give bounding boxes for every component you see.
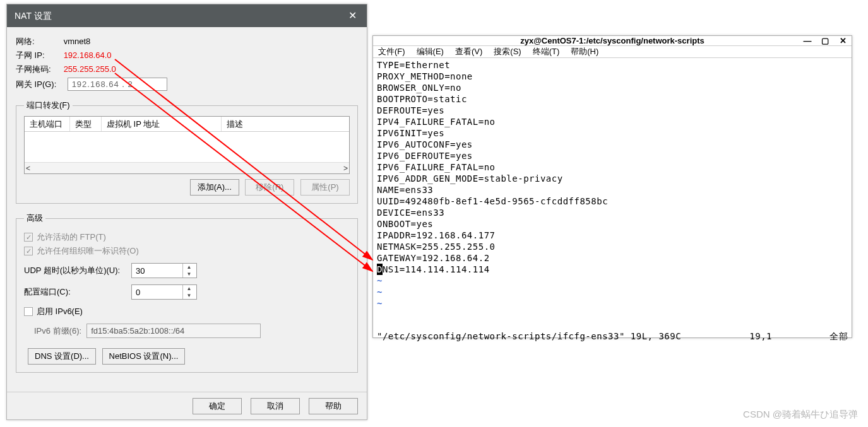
netbios-settings-button[interactable]: NetBIOS 设置(N)... <box>102 348 186 365</box>
minimize-icon[interactable]: — <box>802 36 812 45</box>
status-right: 全部 <box>829 330 848 342</box>
allow-oui-checkbox <box>24 247 33 255</box>
menu-file[interactable]: 文件(F) <box>378 46 405 57</box>
terminal-title-text: zyx@CentOS7-1:/etc/sysconfig/network-scr… <box>520 36 705 45</box>
udp-timeout-spinner[interactable]: ▲▼ <box>131 263 197 278</box>
properties-button: 属性(P) <box>300 179 350 196</box>
ok-button[interactable]: 确定 <box>193 398 242 414</box>
menu-edit[interactable]: 编辑(E) <box>417 46 444 57</box>
maximize-icon[interactable]: ▢ <box>820 36 830 45</box>
col-type[interactable]: 类型 <box>70 117 102 131</box>
advanced-group: 高级 允许活动的 FTP(T) 允许任何组织唯一标识符(O) UDP 超时(以秒… <box>16 213 358 373</box>
port-forward-table[interactable]: 主机端口 类型 虚拟机 IP 地址 描述 < > <box>24 116 350 174</box>
menu-terminal[interactable]: 终端(T) <box>533 46 560 57</box>
advanced-legend: 高级 <box>24 213 45 224</box>
port-forward-header: 主机端口 类型 虚拟机 IP 地址 描述 <box>25 117 349 132</box>
scroll-right-icon[interactable]: > <box>343 164 348 173</box>
menu-help[interactable]: 帮助(H) <box>571 46 598 57</box>
terminal-titlebar[interactable]: zyx@CentOS7-1:/etc/sysconfig/network-scr… <box>373 36 852 46</box>
ipv6-prefix-label: IPv6 前缀(6): <box>34 325 81 337</box>
table-hscrollbar[interactable]: < > <box>25 162 349 173</box>
network-label: 网络: <box>16 36 61 47</box>
subnet-ip-value: 192.168.64.0 <box>64 50 112 60</box>
col-desc[interactable]: 描述 <box>222 117 349 131</box>
subnet-mask-label: 子网掩码: <box>16 64 61 75</box>
status-file: "/etc/sysconfig/network-scripts/ifcfg-en… <box>377 330 681 342</box>
ipv6-prefix-input <box>86 324 261 338</box>
nat-title-text: NAT 设置 <box>15 4 52 27</box>
spin-down-icon[interactable]: ▼ <box>183 292 195 299</box>
port-forward-group: 端口转发(F) 主机端口 类型 虚拟机 IP 地址 描述 < > 添加(A)..… <box>16 100 358 204</box>
gateway-input[interactable] <box>68 78 167 91</box>
close-icon[interactable]: ✕ <box>346 4 359 27</box>
udp-timeout-input[interactable] <box>132 266 182 276</box>
spin-down-icon[interactable]: ▼ <box>183 271 195 278</box>
port-forward-legend: 端口转发(F) <box>24 100 73 111</box>
scroll-left-icon[interactable]: < <box>26 164 30 173</box>
nat-settings-dialog: NAT 设置 ✕ 网络: vmnet8 子网 IP: 192.168.64.0 … <box>6 4 367 420</box>
terminal-body[interactable]: TYPE=Ethernet PROXY_METHOD=none BROWSER_… <box>373 58 852 344</box>
spin-up-icon[interactable]: ▲ <box>183 285 195 292</box>
spin-up-icon[interactable]: ▲ <box>183 264 195 271</box>
subnet-mask-value: 255.255.255.0 <box>64 64 116 74</box>
ipv6-prefix-row: IPv6 前缀(6): <box>34 324 350 338</box>
allow-ftp-label: 允许活动的 FTP(T) <box>37 231 106 243</box>
network-row: 网络: vmnet8 <box>16 36 358 47</box>
oui-row: 允许任何组织唯一标识符(O) <box>24 245 350 257</box>
col-host-port[interactable]: 主机端口 <box>25 117 70 131</box>
gateway-label: 网关 IP(G): <box>16 79 65 90</box>
network-value: vmnet8 <box>64 37 91 46</box>
cfg-port-input[interactable] <box>132 288 182 297</box>
watermark: CSDN @骑着蜗牛ひ追导弹 <box>743 409 858 421</box>
subnet-mask-row: 子网掩码: 255.255.255.0 <box>16 64 358 75</box>
dialog-footer: 确定 取消 帮助 <box>7 392 367 419</box>
allow-oui-label: 允许任何组织唯一标识符(O) <box>37 245 139 257</box>
udp-timeout-row: UDP 超时(以秒为单位)(U): ▲▼ <box>24 263 350 278</box>
udp-timeout-label: UDP 超时(以秒为单位)(U): <box>24 265 131 276</box>
menu-search[interactable]: 搜索(S) <box>494 46 521 57</box>
cfg-port-row: 配置端口(C): ▲▼ <box>24 284 350 300</box>
cfg-port-label: 配置端口(C): <box>24 286 131 298</box>
allow-ftp-checkbox <box>24 233 33 242</box>
add-button[interactable]: 添加(A)... <box>190 179 239 196</box>
port-forward-body: < > <box>25 132 349 173</box>
nat-body: 网络: vmnet8 子网 IP: 192.168.64.0 子网掩码: 255… <box>7 27 367 392</box>
cancel-button[interactable]: 取消 <box>251 398 300 414</box>
dns-settings-button[interactable]: DNS 设置(D)... <box>28 348 96 365</box>
menu-view[interactable]: 查看(V) <box>455 46 482 57</box>
subnet-ip-label: 子网 IP: <box>16 50 61 61</box>
cfg-port-spinner[interactable]: ▲▼ <box>131 284 197 300</box>
terminal-window: zyx@CentOS7-1:/etc/sysconfig/network-scr… <box>372 35 852 338</box>
enable-ipv6-label: 启用 IPv6(E) <box>37 306 83 317</box>
subnet-ip-row: 子网 IP: 192.168.64.0 <box>16 50 358 61</box>
enable-ipv6-checkbox[interactable] <box>24 307 33 316</box>
remove-button: 移除(R) <box>245 179 294 196</box>
ipv6-row: 启用 IPv6(E) <box>24 306 350 317</box>
help-button[interactable]: 帮助 <box>309 398 358 414</box>
terminal-menubar: 文件(F) 编辑(E) 查看(V) 搜索(S) 终端(T) 帮助(H) <box>373 46 852 58</box>
ftp-row: 允许活动的 FTP(T) <box>24 231 350 243</box>
nat-titlebar[interactable]: NAT 设置 ✕ <box>7 4 367 27</box>
status-pos: 19,1 <box>749 330 772 342</box>
vim-status-line: "/etc/sysconfig/network-scripts/ifcfg-en… <box>377 330 848 342</box>
close-icon[interactable]: ✕ <box>838 36 848 45</box>
col-vm-ip[interactable]: 虚拟机 IP 地址 <box>102 117 222 131</box>
gateway-row: 网关 IP(G): <box>16 78 358 91</box>
